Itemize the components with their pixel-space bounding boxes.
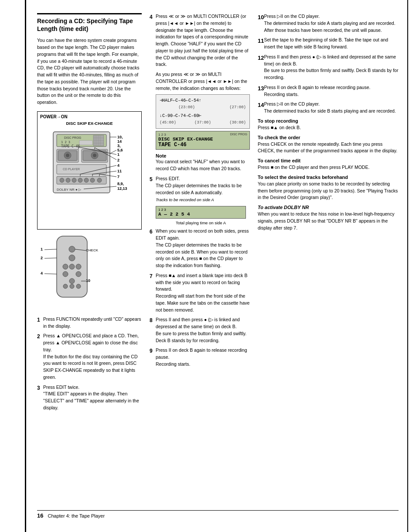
step-7: 7 Press ■▲ and insert a blank tape into … [150,272,250,314]
step-14-num: 14 [258,101,264,115]
svg-line-36 [110,150,116,154]
content-area: Recording a CD: Specifying Tape Length (… [26,0,407,532]
step-6-intro: When you want to record on both sides, p… [156,228,249,240]
left-margin [0,0,26,532]
svg-point-67 [70,284,74,288]
svg-text:CD PLAYER: CD PLAYER [63,168,80,171]
step-8-detail: Be sure to press the button firmly and s… [156,331,246,343]
svg-point-64 [76,271,81,277]
step-14-content: Press ▷II on the CD player. The determin… [264,101,399,115]
svg-line-74 [44,258,57,258]
track-numbers-display: 1 2 3 [158,133,166,137]
svg-point-21 [93,154,96,157]
step-8-num: 8 [150,316,156,344]
stop-recording-text: Press ■▲ on deck B. [258,124,399,131]
svg-point-17 [66,154,69,157]
step-7-num: 7 [150,272,156,314]
step-6-num: 6 [150,228,156,269]
step-4-content: Press ≪ or ≫ on MULTI CONTROLLER (or pre… [156,13,250,68]
step-1-num: 1 [37,316,43,330]
step-1-text: Press FUNCTION repeatedly until "CD" app… [43,316,142,330]
step-5-intro: Press EDIT. [156,176,180,181]
footer-chapter-text: Chapter 4: the Tape Player [48,513,105,518]
step-5-content: Press EDIT. The CD player determines the… [156,175,250,203]
step-11-content: Set the tape to the beginning of side B.… [264,37,399,51]
tape-readout: DISC SKIP EX-CHANGE [158,137,247,142]
right-margin [407,0,416,532]
column-2: 4 Press ≪ or ≫ on MULTI CONTROLLER (or p… [150,13,250,501]
svg-point-58 [69,246,75,252]
svg-text:TAPE  C-46: TAPE C-46 [61,144,80,148]
svg-point-25 [60,178,64,182]
dolby-nr-text: When you want to reduce the hiss noise i… [258,211,399,231]
section-title: Recording a CD: Specifying Tape Length (… [37,13,142,33]
step-5-num: 5 [150,175,156,203]
cancel-time-edit-text: Press ■ on the CD player and then press … [258,164,399,171]
svg-text:4: 4 [41,271,43,275]
device-diagram: POWER→ON DISC SKIP EX-CHANGE DISC PROG [37,111,142,230]
step-13-intro: Press II on deck B again to release reco… [264,85,370,90]
svg-point-30 [90,178,95,182]
step-1: 1 Press FUNCTION repeatedly until "CD" a… [37,316,142,330]
svg-text:2: 2 [117,158,119,162]
formula-time1: (23:00) [160,104,195,111]
svg-text:1: 1 [117,152,119,157]
step-9: 9 Press II on deck B again to release re… [150,347,250,367]
svg-text:11: 11 [117,169,122,173]
step-7-intro: Press ■▲ and insert a blank tape into de… [156,273,248,292]
formula-box: ⊣HALF←C-46←C-54↑ (23:00) (27:00) ↓C-90→C… [156,94,250,129]
svg-text:8,9,: 8,9, [117,182,124,186]
device-diagram-inner: DISC PROG 1 2 3 [40,127,139,227]
svg-point-63 [63,271,68,277]
diagram-subtitle: DISC SKIP EX-CHANGE [40,121,139,126]
step-14-intro: Press ▷II on the CD player. [264,101,320,106]
remote-svg: CHECK 1 2 4 10 [37,234,133,312]
note-text: You cannot select "HALF" when you want t… [156,158,250,172]
step-10-content: Press ▷II on the CD player. The determin… [264,13,399,34]
stop-recording-heading: To stop recording [258,118,399,124]
step-4: 4 Press ≪ or ≫ on MULTI CONTROLLER (or p… [150,13,250,68]
page-number: 16 [37,512,43,519]
svg-line-76 [44,274,57,274]
step-12: 12 Press II and then press ● (▷ is linke… [258,54,399,81]
step-13: 13 Press II on deck B again to release r… [258,84,399,98]
side-a-footer-label: Total playing time on side A [156,220,246,225]
svg-point-31 [97,178,102,182]
svg-text:10: 10 [86,278,90,283]
step-8: 8 Press II and then press ● (▷ is linked… [150,316,250,344]
tape-display: 1 2 3 DISC PROG DISC SKIP EX-CHANGE TAPE… [156,131,250,150]
step-6-content: When you want to record on both sides, p… [156,228,250,269]
svg-text:3,: 3, [117,144,121,148]
step-2-text: Press ▲ OPEN/CLOSE and place a CD. Then,… [43,333,142,381]
step-13-detail: Recording starts. [264,92,298,97]
svg-text:5,6: 5,6 [117,148,123,152]
device-svg: DISC PROG 1 2 3 [40,127,136,226]
svg-point-62 [76,264,81,269]
svg-point-61 [69,264,75,269]
step-9-content: Press II on deck B again to release reco… [156,347,250,367]
formula-display: ⊣HALF←C-46←C-54↑ (23:00) (27:00) ↓C-90→C… [156,94,250,150]
svg-text:14: 14 [117,139,122,144]
disc-prog-label: DISC PROG [230,133,247,136]
step-13-num: 13 [258,84,264,98]
side-a-track-row: 1 2 3 [158,208,243,212]
svg-text:12,13: 12,13 [117,186,127,191]
check-order-text: Press CHECK on the remote repeatedly. Ea… [258,141,399,155]
step-5-sublabel: Tracks to be recorded on side A [156,197,214,202]
step-10: 10 Press ▷II on the CD player. The deter… [258,13,399,34]
svg-point-59 [69,255,75,261]
svg-text:1 2 3: 1 2 3 [61,141,70,144]
formula-time5: (30:00) [229,120,246,126]
step-12-num: 12 [258,54,264,81]
step-6: 6 When you want to record on both sides,… [150,228,250,269]
svg-text:CHECK: CHECK [86,248,99,252]
tape-display-top-row: 1 2 3 DISC PROG [158,133,247,137]
step-12-content: Press II and then press ● (▷ is linked a… [264,54,399,81]
step-11-num: 11 [258,37,264,51]
step-2-num: 2 [37,333,43,381]
note-box: Note You cannot select "HALF" when you w… [156,153,250,172]
svg-text:4: 4 [117,163,119,168]
diagram-title: POWER→ON [40,114,139,119]
svg-text:1: 1 [41,247,43,251]
intro-text: You can have the stereo system create pr… [37,37,142,106]
